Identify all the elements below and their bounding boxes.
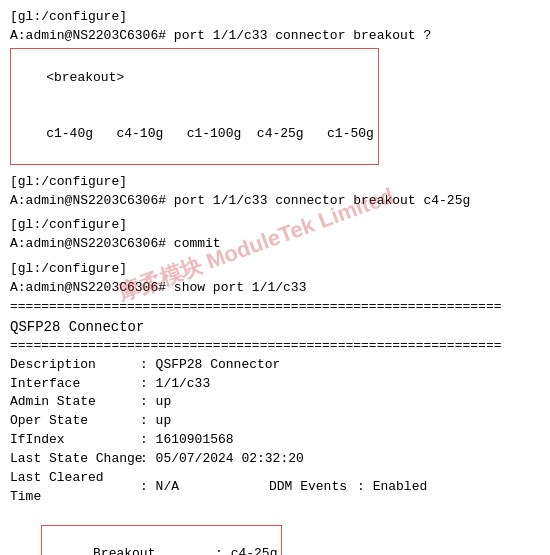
breakout-label: <breakout> bbox=[46, 70, 124, 85]
detail-last-state-change: Last State Change: 05/07/2024 02:32:20 bbox=[10, 450, 540, 469]
configure-prompt-3: [gl:/configure] bbox=[10, 216, 540, 235]
section-title: QSFP28 Connector bbox=[10, 317, 540, 337]
detail-ifindex: IfIndex: 1610901568 bbox=[10, 431, 540, 450]
last-cleared-label: Last Cleared Time bbox=[10, 469, 140, 507]
detail-oper-state: Oper State: up bbox=[10, 412, 540, 431]
command-breakout-set: A:admin@NS2203C6306# port 1/1/c33 connec… bbox=[10, 192, 540, 211]
breakout-detail-label: Breakout bbox=[93, 545, 215, 555]
configure-prompt-2: [gl:/configure] bbox=[10, 173, 540, 192]
last-cleared-value: : N/A bbox=[140, 478, 179, 497]
command-show-port: A:admin@NS2203C6306# show port 1/1/c33 bbox=[10, 279, 540, 298]
breakout-options: c1-40g c4-10g c1-100g c4-25g c1-50g bbox=[46, 126, 374, 141]
terminal-window: [gl:/configure] A:admin@NS2203C6306# por… bbox=[0, 0, 550, 555]
separator-top: ========================================… bbox=[10, 298, 540, 317]
detail-breakout-row: Breakout: c4-25g bbox=[10, 507, 540, 555]
ddm-events-label: DDM Events bbox=[269, 478, 347, 497]
ddm-events-value: : Enabled bbox=[357, 478, 427, 497]
detail-description: Description: QSFP28 Connector bbox=[10, 356, 540, 375]
detail-last-cleared-row: Last Cleared Time : N/A DDM Events : Ena… bbox=[10, 469, 540, 507]
breakout-options-box: <breakout> c1-40g c4-10g c1-100g c4-25g … bbox=[10, 48, 379, 165]
separator-bottom: ========================================… bbox=[10, 337, 540, 356]
configure-prompt-1: [gl:/configure] bbox=[10, 8, 540, 27]
breakout-highlighted: Breakout: c4-25g bbox=[41, 525, 282, 555]
command-breakout-query: A:admin@NS2203C6306# port 1/1/c33 connec… bbox=[10, 27, 540, 46]
command-commit: A:admin@NS2203C6306# commit bbox=[10, 235, 540, 254]
breakout-detail-value: : c4-25g bbox=[215, 546, 277, 555]
configure-prompt-4: [gl:/configure] bbox=[10, 260, 540, 279]
detail-interface: Interface: 1/1/c33 bbox=[10, 375, 540, 394]
detail-admin-state: Admin State: up bbox=[10, 393, 540, 412]
